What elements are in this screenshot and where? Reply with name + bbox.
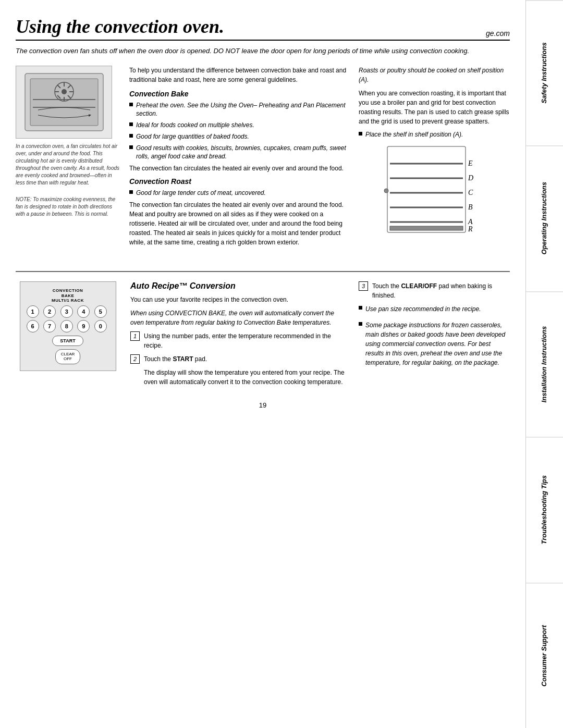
start-button[interactable]: START [52, 336, 83, 346]
bake-bullet-4: Good results with cookies, biscuits, bro… [129, 144, 349, 162]
auto-body: You can use your favorite recipes in the… [130, 295, 348, 304]
key-2[interactable]: 2 [43, 305, 56, 318]
svg-text:R: R [468, 225, 473, 233]
oven-image [16, 66, 112, 139]
bullet-icon [129, 122, 133, 126]
right-column: Roasts or poultry should be cooked on sh… [359, 66, 510, 252]
auto-recipe-heading: Auto Recipe™ Conversion [130, 281, 348, 291]
shelf-bullet: Place the shelf in shelf position (A). [359, 130, 510, 139]
left-caption2: NOTE: To maximize cooking evenness, the … [16, 196, 120, 218]
bottom-right-column: 3 Touch the CLEAR/OFF pad when baking is… [359, 281, 510, 391]
roast-body: The convection fan circulates the heated… [129, 200, 349, 247]
keypad-label: CONVECTION BAKE MULTI/1 RACK [27, 288, 109, 303]
key-5[interactable]: 5 [94, 305, 107, 318]
sidebar-tab-consumer[interactable]: Consumer Support [526, 583, 563, 728]
convection-roast-heading: Convection Roast [129, 177, 349, 186]
bullet-icon [129, 103, 133, 106]
svg-point-5 [62, 89, 67, 94]
roast-body-right: When you are convection roasting, it is … [359, 89, 510, 126]
top-section: In a convection oven, a fan circulates h… [16, 66, 510, 252]
key-7[interactable]: 7 [43, 320, 56, 332]
svg-text:E: E [468, 159, 473, 167]
right-bullet-2: Some package instructions for frozen cas… [359, 320, 510, 372]
convection-bake-heading: Convection Bake [129, 90, 349, 98]
step-2-extra: The display will show the temperature yo… [144, 368, 348, 387]
intro-text: To help you understand the difference be… [129, 66, 349, 84]
svg-text:A: A [468, 218, 473, 226]
bake-bullet-1: Preheat the oven. See the Using the Oven… [129, 101, 349, 119]
right-bullet-1: Use pan size recommended in the recipe. [359, 304, 510, 318]
bullet-icon [129, 190, 133, 194]
step-3: 3 Touch the CLEAR/OFF pad when baking is… [359, 281, 510, 300]
clear-button[interactable]: CLEAROFF [55, 349, 81, 364]
section-separator [16, 271, 510, 272]
bake-bullets: Preheat the oven. See the Using the Oven… [129, 101, 349, 162]
left-column: In a convection oven, a fan circulates h… [16, 66, 120, 252]
ge-logo: ge.com [486, 29, 510, 38]
sidebar-tab-installation[interactable]: Installation Instructions [526, 291, 563, 437]
bottom-section: CONVECTION BAKE MULTI/1 RACK 1 2 3 4 5 6… [16, 281, 510, 391]
step-text-1: Using the number pads, enter the tempera… [144, 331, 348, 350]
svg-rect-15 [387, 146, 466, 232]
page-title: Using the convection oven. [16, 16, 224, 38]
key-8[interactable]: 8 [60, 320, 73, 332]
sidebar-tab-safety[interactable]: Safety Instructions [526, 0, 563, 145]
key-6[interactable]: 6 [27, 320, 39, 332]
page-header: Using the convection oven. ge.com [16, 16, 510, 41]
sidebar-tab-operating[interactable]: Operating Instructions [526, 145, 563, 291]
shelf-diagram: E D C B A R [382, 144, 486, 238]
roast-bullet-1: Good for large tender cuts of meat, unco… [129, 189, 349, 198]
mid-column: To help you understand the difference be… [129, 66, 349, 252]
bake-bullet-3: Good for large quantities of baked foods… [129, 132, 349, 141]
sidebar-tab-troubleshooting[interactable]: Troubleshooting Tips [526, 437, 563, 582]
keypad-area: CONVECTION BAKE MULTI/1 RACK 1 2 3 4 5 6… [16, 281, 120, 391]
bake-body: The convection fan circulates the heated… [129, 164, 349, 173]
bullet-icon [359, 306, 362, 310]
svg-point-28 [384, 189, 388, 193]
left-caption: In a convection oven, a fan circulates h… [16, 143, 120, 187]
bullet-icon [359, 322, 362, 326]
key-4[interactable]: 4 [77, 305, 90, 318]
svg-text:C: C [468, 189, 473, 196]
keypad-bottom: START [27, 336, 109, 346]
bottom-mid-column: Auto Recipe™ Conversion You can use your… [130, 281, 348, 391]
right-sidebar: Safety Instructions Operating Instructio… [525, 0, 563, 728]
svg-text:B: B [468, 203, 473, 211]
bullet-icon [359, 132, 362, 135]
page-subtitle: The convection oven fan shuts off when t… [16, 46, 510, 56]
step-text-3: Touch the CLEAR/OFF pad when baking is f… [372, 281, 510, 300]
roast-italic: Roasts or poultry should be cooked on sh… [359, 66, 510, 84]
step-text-2: Touch the START pad. [144, 354, 207, 364]
svg-rect-21 [390, 226, 463, 230]
bullet-icon [129, 145, 133, 149]
keypad-clear-row: CLEAROFF [27, 349, 109, 364]
step-2: 2 Touch the START pad. [130, 354, 348, 364]
step-num-2: 2 [130, 354, 140, 364]
keypad-box: CONVECTION BAKE MULTI/1 RACK 1 2 3 4 5 6… [20, 281, 116, 371]
bake-bullet-2: Ideal for foods cooked on multiple shelv… [129, 121, 349, 130]
step-num-3: 3 [359, 281, 368, 291]
key-0[interactable]: 0 [94, 320, 107, 332]
bullet-icon [129, 134, 133, 138]
svg-text:D: D [468, 174, 473, 182]
key-9[interactable]: 9 [77, 320, 90, 332]
keypad-grid: 1 2 3 4 5 6 7 8 9 0 [27, 305, 109, 332]
step-1: 1 Using the number pads, enter the tempe… [130, 331, 348, 350]
key-3[interactable]: 3 [60, 305, 73, 318]
auto-italic: When using CONVECTION BAKE, the oven wil… [130, 309, 348, 327]
page-number: 19 [16, 401, 510, 409]
key-1[interactable]: 1 [27, 305, 39, 318]
step-num-1: 1 [130, 331, 140, 341]
